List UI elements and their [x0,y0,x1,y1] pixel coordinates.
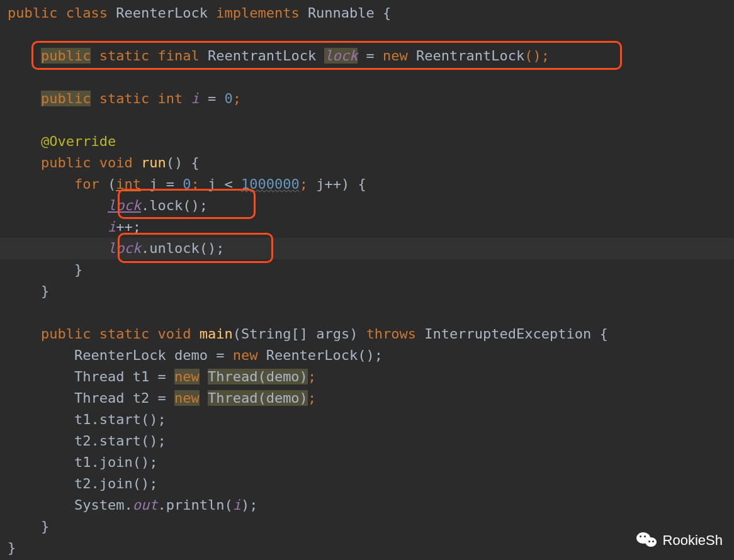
keyword: static [99,48,149,64]
ctor: ReenterLock(); [266,347,383,363]
keyword: new [174,390,200,406]
code-line: public void run() { [0,152,734,174]
stmt: t2.start(); [74,433,166,449]
call: .unlock(); [141,240,224,256]
punct: ; [308,390,316,406]
stmt: t2.join(); [74,476,157,491]
brace: } [41,283,49,299]
punct: () { [166,155,200,171]
stmt: Thread t2 = [74,390,166,406]
params: (String[] [233,326,308,342]
exception: InterruptedException { [424,326,607,342]
code-line: t1.start(); [0,409,734,430]
class-name: ReenterLock [116,5,208,21]
op: = [366,48,375,64]
punct: ; [308,369,316,384]
keyword: new [174,369,200,384]
op: = [166,176,174,192]
brace: } [8,540,16,556]
punct: ; [191,176,199,192]
var: j [208,176,216,192]
code-line: } [0,259,734,281]
paren: ); [241,497,258,513]
paren: ( [108,176,116,192]
code-line: i++; [0,216,734,238]
keyword: for [74,176,99,192]
number: 0 [183,176,191,192]
code-line: lock.unlock(); [0,238,734,259]
ctor: ReentrantLock [416,48,524,64]
brace: } [74,262,82,277]
op: ++; [116,219,141,235]
code-line [0,67,734,88]
code-line [0,302,734,323]
code-line: public static int i = 0; [0,88,734,109]
watermark: RookieSh [636,530,723,551]
stmt: System. [74,497,133,513]
keyword: final [157,48,199,64]
method-name: run [141,155,166,171]
type: ReentrantLock [208,48,316,64]
keyword: throws [366,326,416,342]
paren: ) [349,326,358,342]
code-line: System.out.println(i); [0,495,734,516]
keyword: static [99,91,149,106]
code-line: @Override [0,131,734,152]
code-line: public static final ReentrantLock lock =… [0,45,734,67]
punct: (); [524,48,550,64]
keyword: implements [216,5,299,21]
code-editor[interactable]: public class ReenterLock implements Runn… [0,0,734,560]
field-ref: lock [108,240,141,256]
brace: { [383,5,391,21]
field-ref: i [233,497,241,513]
annotation: @Override [41,133,116,149]
keyword: public [8,5,57,21]
ctor: Thread(demo) [208,369,308,384]
code-line: for (int j = 0; j < 1000000; j++) { [0,174,734,195]
punct: ; [300,176,308,192]
expr: j++ [316,176,341,192]
keyword: new [383,48,408,64]
keyword: void [157,326,191,342]
code-line: } [0,516,734,537]
code-line: public class ReenterLock implements Runn… [0,3,734,24]
keyword: public [41,48,91,64]
var: j [149,176,157,192]
keyword: public [41,155,91,171]
brace: { [358,176,366,192]
field-name: i [191,91,199,106]
interface-name: Runnable [308,5,375,21]
call: .println( [157,497,232,513]
stmt: t1.join(); [74,454,157,470]
op: < [224,176,232,192]
number: 1000000 [241,176,300,192]
code-line: lock.lock(); [0,195,734,216]
paren: ) [341,176,349,192]
code-line: Thread t2 = new Thread(demo); [0,388,734,409]
method-name: main [200,326,233,342]
code-line: ReenterLock demo = new ReenterLock(); [0,345,734,366]
keyword: int [116,176,141,192]
keyword: new [233,347,258,363]
code-line: t1.join(); [0,452,734,473]
field-ref: out [133,497,158,513]
field-ref: lock [108,198,141,213]
keyword: public [41,326,91,342]
number: 0 [224,91,232,106]
keyword: void [99,155,133,171]
stmt: ReenterLock demo = [74,347,224,363]
code-line [0,109,734,131]
field-name: lock [324,48,358,64]
code-line: Thread t1 = new Thread(demo); [0,366,734,388]
code-line: public static void main(String[] args) t… [0,323,734,345]
brace: } [41,518,49,534]
param-name: args [316,326,349,342]
ctor: Thread(demo) [208,390,308,406]
keyword: class [66,5,108,21]
code-line: } [0,537,734,559]
code-line [0,24,734,45]
watermark-text: RookieSh [663,530,723,551]
keyword: public [41,91,91,106]
keyword: static [99,326,149,342]
op: = [208,91,216,106]
